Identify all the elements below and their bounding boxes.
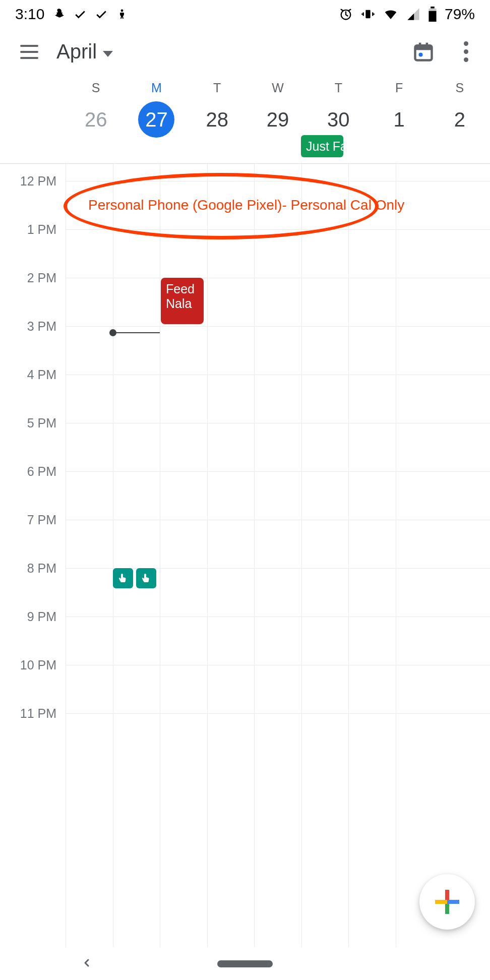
hour-label: 6 PM bbox=[27, 464, 56, 479]
week-header: S 26 M 27 T 28 W 29 T 30 F 1 S 2 Just Fa bbox=[0, 76, 490, 164]
day-col-tue[interactable]: T 28 bbox=[187, 76, 248, 163]
event-title: Feed Nala bbox=[166, 282, 195, 311]
event-feed-nala[interactable]: Feed Nala bbox=[161, 278, 204, 324]
menu-button[interactable] bbox=[15, 38, 43, 66]
touch-icon bbox=[136, 568, 156, 588]
today-button[interactable] bbox=[412, 41, 435, 63]
day-col-mon[interactable]: M 27 bbox=[126, 76, 187, 163]
hour-label: 10 PM bbox=[20, 658, 56, 672]
dow-label: S bbox=[456, 81, 464, 95]
hour-label: 3 PM bbox=[27, 319, 56, 334]
hour-label: 11 PM bbox=[20, 706, 56, 721]
touch-icon bbox=[113, 568, 133, 588]
check-icon bbox=[95, 8, 108, 21]
touch-markers bbox=[113, 568, 156, 588]
time-grid[interactable]: 12 PM 1 PM 2 PM 3 PM 4 PM 5 PM 6 PM 7 PM… bbox=[0, 163, 490, 947]
month-label: April bbox=[56, 40, 97, 63]
svg-rect-8 bbox=[419, 42, 421, 46]
status-bar: 3:10 79% bbox=[0, 0, 490, 28]
hour-label: 9 PM bbox=[27, 609, 56, 624]
day-number: 29 bbox=[260, 101, 296, 138]
app-bar: April bbox=[0, 28, 490, 76]
day-number: 2 bbox=[442, 101, 478, 138]
day-col-wed[interactable]: W 29 bbox=[248, 76, 308, 163]
day-number: 1 bbox=[381, 101, 417, 138]
dow-label: M bbox=[151, 81, 162, 95]
svg-rect-5 bbox=[428, 11, 436, 21]
day-number: 26 bbox=[78, 101, 114, 138]
dow-label: F bbox=[395, 81, 403, 95]
dow-label: T bbox=[335, 81, 342, 95]
month-picker[interactable]: April bbox=[56, 40, 113, 63]
day-col-fri[interactable]: F 1 bbox=[369, 76, 429, 163]
alarm-icon bbox=[339, 7, 353, 21]
back-button[interactable] bbox=[81, 957, 93, 971]
dow-label: W bbox=[272, 81, 284, 95]
figure-icon bbox=[116, 8, 128, 20]
snapchat-icon bbox=[52, 8, 66, 21]
chevron-down-icon bbox=[103, 51, 113, 57]
day-col-sat[interactable]: S 2 bbox=[430, 76, 490, 163]
now-indicator bbox=[113, 332, 160, 333]
wifi-icon bbox=[383, 7, 398, 22]
svg-rect-3 bbox=[431, 7, 435, 9]
check-icon bbox=[74, 8, 87, 21]
overflow-menu-button[interactable] bbox=[455, 41, 477, 63]
annotation-text: Personal Phone (Google Pixel)- Personal … bbox=[88, 197, 404, 213]
day-number: 30 bbox=[320, 101, 356, 138]
cell-icon bbox=[406, 7, 420, 21]
svg-point-10 bbox=[418, 52, 422, 56]
svg-rect-2 bbox=[365, 10, 370, 18]
day-col-sun[interactable]: S 26 bbox=[66, 76, 126, 163]
battery-percent: 79% bbox=[445, 6, 475, 23]
plus-icon bbox=[435, 890, 459, 914]
svg-rect-7 bbox=[415, 45, 432, 50]
home-pill[interactable] bbox=[217, 960, 273, 967]
hour-label: 7 PM bbox=[27, 513, 56, 527]
status-right: 79% bbox=[339, 6, 475, 23]
grid-lines: Feed Nala bbox=[66, 163, 490, 947]
day-number: 28 bbox=[199, 101, 235, 138]
battery-icon bbox=[428, 7, 437, 22]
week-row: S 26 M 27 T 28 W 29 T 30 F 1 S 2 bbox=[66, 76, 490, 163]
dow-label: S bbox=[92, 81, 100, 95]
dow-label: T bbox=[213, 81, 221, 95]
hour-label: 12 PM bbox=[20, 174, 56, 189]
allday-event-title: Just Fa bbox=[306, 139, 343, 154]
hour-label: 8 PM bbox=[27, 561, 56, 576]
hour-label: 2 PM bbox=[27, 271, 56, 285]
status-left: 3:10 bbox=[15, 6, 128, 23]
hour-label: 1 PM bbox=[27, 222, 56, 237]
svg-rect-9 bbox=[426, 42, 428, 46]
allday-event[interactable]: Just Fa bbox=[301, 135, 343, 157]
vibrate-icon bbox=[361, 7, 375, 21]
status-time: 3:10 bbox=[15, 6, 44, 23]
hour-label: 5 PM bbox=[27, 416, 56, 431]
hour-label: 4 PM bbox=[27, 368, 56, 382]
svg-point-0 bbox=[121, 9, 124, 12]
create-event-fab[interactable] bbox=[419, 874, 475, 930]
system-nav-bar bbox=[0, 947, 490, 980]
day-number: 27 bbox=[138, 101, 174, 138]
